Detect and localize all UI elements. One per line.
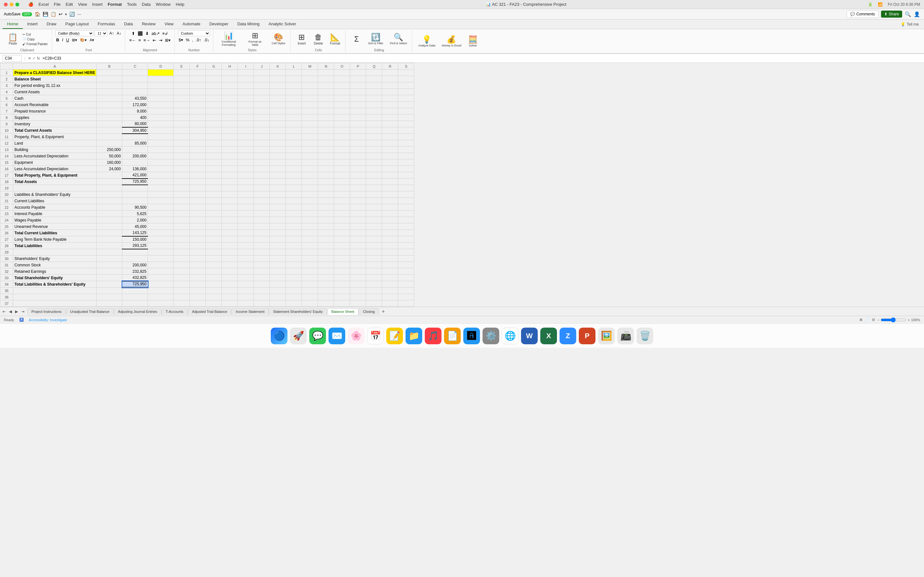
- col-header-k[interactable]: K: [270, 63, 286, 69]
- cell-col9-row16[interactable]: [238, 166, 254, 172]
- cell-col14-row33[interactable]: [318, 275, 334, 281]
- cell-col9-row22[interactable]: [238, 204, 254, 211]
- cell-col15-row3[interactable]: [334, 82, 350, 89]
- cell-col14-row35[interactable]: [318, 287, 334, 294]
- cell-col18-row32[interactable]: [382, 268, 398, 275]
- cell-col5-row2[interactable]: [174, 76, 190, 82]
- paste-button[interactable]: 📋 Paste: [5, 32, 21, 47]
- cell-col5-row4[interactable]: [174, 89, 190, 95]
- cell-col17-row10[interactable]: [366, 127, 382, 134]
- cell-col12-row5[interactable]: [286, 95, 302, 102]
- close-button[interactable]: [4, 3, 8, 6]
- cell-col10-row21[interactable]: [254, 198, 270, 204]
- decrease-font-btn[interactable]: A↓: [116, 31, 122, 36]
- cell-col12-row10[interactable]: [286, 127, 302, 134]
- cell-col6-row32[interactable]: [190, 268, 206, 275]
- cell-col9-row14[interactable]: [238, 153, 254, 159]
- cell-col10-row10[interactable]: [254, 127, 270, 134]
- cell-col15-row20[interactable]: [334, 191, 350, 198]
- save-icon[interactable]: 💾: [43, 11, 48, 17]
- cell-c31[interactable]: 200,000: [122, 262, 148, 268]
- cell-col14-row16[interactable]: [318, 166, 334, 172]
- cell-col18-row31[interactable]: [382, 262, 398, 268]
- cell-a32[interactable]: Retained Earnings: [13, 268, 97, 275]
- cell-col8-row24[interactable]: [222, 217, 238, 223]
- cell-col7-row37[interactable]: [206, 300, 222, 307]
- cell-col13-row6[interactable]: [302, 102, 318, 108]
- cell-d12[interactable]: [148, 140, 174, 147]
- font-size-select[interactable]: 11: [95, 31, 107, 36]
- cell-col14-row7[interactable]: [318, 108, 334, 114]
- cell-d9[interactable]: [148, 121, 174, 127]
- cell-col15-row5[interactable]: [334, 95, 350, 102]
- cell-col7-row15[interactable]: [206, 159, 222, 166]
- cell-col7-row31[interactable]: [206, 262, 222, 268]
- col-header-c[interactable]: C: [122, 63, 148, 69]
- cell-col8-row15[interactable]: [222, 159, 238, 166]
- cell-col18-row36[interactable]: [382, 294, 398, 300]
- cell-col6-row18[interactable]: [190, 179, 206, 185]
- cell-col6-row4[interactable]: [190, 89, 206, 95]
- cell-col7-row14[interactable]: [206, 153, 222, 159]
- cell-col10-row4[interactable]: [254, 89, 270, 95]
- cell-col19-row8[interactable]: [398, 114, 414, 121]
- cell-c22[interactable]: 90,500: [122, 204, 148, 211]
- cell-col12-row19[interactable]: [286, 185, 302, 191]
- col-header-n[interactable]: N: [318, 63, 334, 69]
- cell-col11-row8[interactable]: [270, 114, 286, 121]
- cell-b4[interactable]: [97, 89, 122, 95]
- cell-col16-row30[interactable]: [350, 255, 366, 262]
- cell-d29[interactable]: [148, 249, 174, 255]
- cell-col14-row31[interactable]: [318, 262, 334, 268]
- cell-col17-row32[interactable]: [366, 268, 382, 275]
- cell-col9-row17[interactable]: [238, 172, 254, 179]
- cell-b10[interactable]: [97, 127, 122, 134]
- cell-col15-row23[interactable]: [334, 211, 350, 217]
- cell-col12-row7[interactable]: [286, 108, 302, 114]
- cell-b31[interactable]: [97, 262, 122, 268]
- cell-col9-row25[interactable]: [238, 223, 254, 230]
- cell-b11[interactable]: [97, 134, 122, 140]
- dock-preview[interactable]: 🖼️: [598, 327, 615, 344]
- cell-col19-row25[interactable]: [398, 223, 414, 230]
- cell-col7-row9[interactable]: [206, 121, 222, 127]
- sheet-tab-adjusted-trial-balance[interactable]: Adjusted Trial Balance: [188, 308, 231, 315]
- cell-b28[interactable]: [97, 243, 122, 249]
- cell-col18-row18[interactable]: [382, 179, 398, 185]
- cell-col9-row19[interactable]: [238, 185, 254, 191]
- maximize-button[interactable]: [15, 3, 19, 6]
- menu-edit[interactable]: Edit: [66, 2, 73, 7]
- cell-b9[interactable]: [97, 121, 122, 127]
- cell-col16-row25[interactable]: [350, 223, 366, 230]
- cell-col8-row5[interactable]: [222, 95, 238, 102]
- cell-col11-row11[interactable]: [270, 134, 286, 140]
- cell-col16-row20[interactable]: [350, 191, 366, 198]
- cell-b18[interactable]: [97, 179, 122, 185]
- cell-col15-row37[interactable]: [334, 300, 350, 307]
- cell-a33[interactable]: Total Shareholders' Equity: [13, 275, 97, 281]
- cell-d26[interactable]: [148, 230, 174, 236]
- cell-col6-row10[interactable]: [190, 127, 206, 134]
- cell-col15-row1[interactable]: [334, 69, 350, 76]
- cell-b26[interactable]: [97, 230, 122, 236]
- cell-col12-row2[interactable]: [286, 76, 302, 82]
- cell-d17[interactable]: [148, 172, 174, 179]
- cell-col10-row30[interactable]: [254, 255, 270, 262]
- cell-c14[interactable]: 200,000: [122, 153, 148, 159]
- dock-files[interactable]: 📁: [405, 327, 422, 344]
- cell-a3[interactable]: For period ending 31.12.xx: [13, 82, 97, 89]
- cell-col11-row31[interactable]: [270, 262, 286, 268]
- cell-c33[interactable]: 432,825: [122, 275, 148, 281]
- dock-excel[interactable]: X: [540, 327, 557, 344]
- cell-col19-row37[interactable]: [398, 300, 414, 307]
- cell-col10-row3[interactable]: [254, 82, 270, 89]
- cell-col11-row13[interactable]: [270, 147, 286, 153]
- cell-col17-row15[interactable]: [366, 159, 382, 166]
- border-button[interactable]: ⊞▾: [71, 37, 78, 43]
- cell-col17-row14[interactable]: [366, 153, 382, 159]
- cell-col12-row26[interactable]: [286, 230, 302, 236]
- cell-c19[interactable]: [122, 185, 148, 191]
- cell-col18-row12[interactable]: [382, 140, 398, 147]
- cell-col13-row34[interactable]: [302, 281, 318, 287]
- cell-col12-row37[interactable]: [286, 300, 302, 307]
